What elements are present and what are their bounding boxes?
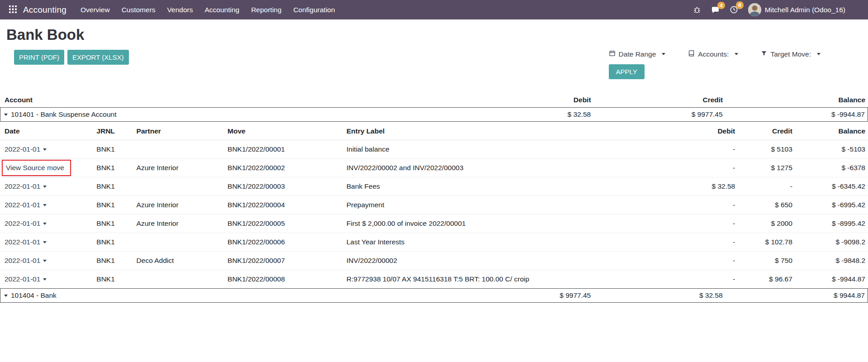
chevron-down-icon — [662, 53, 665, 55]
table-row: 2022-01-01 BNK1 BNK1/2022/00006 Last Yea… — [0, 233, 868, 252]
book-icon — [688, 50, 695, 58]
menu-accounting[interactable]: Accounting — [199, 2, 245, 18]
controls-row: PRINT (PDF) EXPORT (XLSX) Date Range Acc… — [0, 49, 868, 79]
journal-lines-table: Date JRNL Partner Move Entry Label Debit… — [0, 123, 868, 288]
line-date-cell: 2022-01-01 — [0, 252, 93, 270]
debit-header: Debit — [682, 123, 738, 140]
line-move: BNK1/2022/00005 — [224, 214, 343, 233]
menu-customers[interactable]: Customers — [116, 2, 161, 18]
line-partner — [133, 177, 224, 196]
line-balance: $ -8995.42 — [795, 214, 868, 233]
chevron-down-icon — [43, 241, 47, 243]
line-date-cell: View Source move — [0, 159, 93, 177]
line-debit: - — [682, 252, 738, 270]
apps-menu-button[interactable] — [7, 4, 19, 16]
line-credit: $ 96.67 — [738, 270, 795, 289]
date-range-dropdown[interactable]: Date Range — [609, 50, 666, 58]
line-jrnl: BNK1 — [93, 159, 133, 177]
apply-button[interactable]: APPLY — [609, 64, 645, 79]
print-pdf-button[interactable]: PRINT (PDF) — [14, 50, 64, 65]
account-group-debit: $ 9977.45 — [477, 291, 593, 300]
messages-icon[interactable]: 4 — [711, 6, 720, 14]
line-balance: $ -6378 — [795, 159, 868, 177]
table-row: 2022-01-01 BNK1 BNK1/2022/00001 Initial … — [0, 140, 868, 159]
collapse-caret-icon[interactable] — [4, 295, 8, 297]
line-move: BNK1/2022/00008 — [224, 270, 343, 289]
date-dropdown-toggle[interactable]: 2022-01-01 — [5, 182, 47, 191]
filters-panel: Date Range Accounts: Target Move: — [609, 50, 821, 79]
menu-configuration[interactable]: Configuration — [287, 2, 341, 18]
view-source-move-menuitem[interactable]: View Source move — [2, 160, 71, 176]
accounts-dropdown[interactable]: Accounts: — [688, 50, 738, 58]
table-row: 2022-01-01 BNK1 BNK1/2022/00008 R:977293… — [0, 270, 868, 289]
app-name[interactable]: Accounting — [23, 5, 66, 15]
line-move: BNK1/2022/00004 — [224, 196, 343, 214]
table-row: 2022-01-01 BNK1 Azure Interior BNK1/2022… — [0, 196, 868, 214]
calendar-icon — [609, 50, 616, 58]
account-group-row-top[interactable]: 101401 - Bank Suspense Account $ 32.58 $… — [0, 107, 868, 122]
menu-reporting[interactable]: Reporting — [245, 2, 287, 18]
account-group-credit: $ 32.58 — [593, 291, 725, 300]
credit-header: Credit — [738, 123, 795, 140]
bank-book-report: Account Debit Credit Balance 101401 - Ba… — [0, 93, 868, 303]
date-dropdown-toggle[interactable]: 2022-01-01 — [5, 257, 47, 265]
line-jrnl: BNK1 — [93, 214, 133, 233]
line-jrnl: BNK1 — [93, 177, 133, 196]
table-row: 2022-01-01 BNK1 Azure Interior BNK1/2022… — [0, 214, 868, 233]
date-dropdown-toggle[interactable]: 2022-01-01 — [5, 219, 47, 228]
balance-column-header: Balance — [726, 96, 868, 104]
date-dropdown-toggle[interactable]: 2022-01-01 — [5, 145, 47, 153]
target-move-dropdown[interactable]: Target Move: — [761, 50, 821, 58]
account-column-header: Account — [0, 96, 477, 104]
credit-column-header: Credit — [594, 96, 726, 104]
chevron-down-icon — [43, 278, 47, 281]
line-partner — [133, 233, 224, 252]
chevron-down-icon — [735, 53, 738, 55]
date-dropdown-toggle[interactable]: 2022-01-01 — [5, 238, 47, 246]
target-move-label: Target Move: — [770, 50, 811, 58]
line-label: Last Year Interests — [343, 233, 682, 252]
line-balance: $ -9098.2 — [795, 233, 868, 252]
line-label: R:9772938 10/07 AX 9415116318 T:5 BRT: 1… — [343, 270, 682, 289]
account-group-name: 101404 - Bank — [11, 291, 57, 300]
collapse-caret-icon[interactable] — [4, 114, 8, 116]
screen: Accounting Overview Customers Vendors Ac… — [0, 0, 868, 362]
chevron-down-icon — [43, 148, 47, 151]
menu-overview[interactable]: Overview — [75, 2, 116, 18]
line-credit: $ 1275 — [738, 159, 795, 177]
line-balance: $ -9848.2 — [795, 252, 868, 270]
line-label: Bank Fees — [343, 177, 682, 196]
export-xlsx-button[interactable]: EXPORT (XLSX) — [67, 50, 129, 65]
line-debit: - — [682, 159, 738, 177]
debug-bug-icon[interactable] — [693, 6, 701, 14]
line-balance: $ -6345.42 — [795, 177, 868, 196]
table-row: 2022-01-01 BNK1 Deco Addict BNK1/2022/00… — [0, 252, 868, 270]
account-group-row-bottom[interactable]: 101404 - Bank $ 9977.45 $ 32.58 $ 9944.8… — [0, 288, 868, 303]
menu-vendors[interactable]: Vendors — [161, 2, 199, 18]
date-dropdown-toggle[interactable]: 2022-01-01 — [5, 201, 47, 209]
lines-header-row: Date JRNL Partner Move Entry Label Debit… — [0, 123, 868, 140]
date-dropdown-toggle[interactable]: 2022-01-01 — [5, 275, 47, 283]
line-partner — [133, 140, 224, 159]
account-group-credit: $ 9977.45 — [593, 110, 725, 119]
line-date-cell: 2022-01-01 — [0, 233, 93, 252]
table-row: 2022-01-01 BNK1 BNK1/2022/00003 Bank Fee… — [0, 177, 868, 196]
user-menu[interactable]: Mitchell Admin (Odoo_16) — [748, 3, 845, 16]
partner-header: Partner — [133, 123, 224, 140]
line-move: BNK1/2022/00001 — [224, 140, 343, 159]
date-header: Date — [0, 123, 93, 140]
line-credit: - — [738, 177, 795, 196]
activities-clock-icon[interactable]: 8 — [730, 5, 738, 14]
user-name: Mitchell Admin (Odoo_16) — [765, 6, 845, 14]
line-partner — [133, 270, 224, 289]
page-title: Bank Book — [6, 26, 868, 43]
line-balance: $ -6995.42 — [795, 196, 868, 214]
activities-badge: 8 — [736, 1, 743, 9]
account-group-debit: $ 32.58 — [477, 110, 593, 119]
line-label: First $ 2,000.00 of invoice 2022/00001 — [343, 214, 682, 233]
move-header: Move — [224, 123, 343, 140]
line-credit: $ 102.78 — [738, 233, 795, 252]
chevron-down-icon — [43, 223, 47, 225]
top-navigation: Overview Customers Vendors Accounting Re… — [75, 2, 341, 18]
line-jrnl: BNK1 — [93, 196, 133, 214]
